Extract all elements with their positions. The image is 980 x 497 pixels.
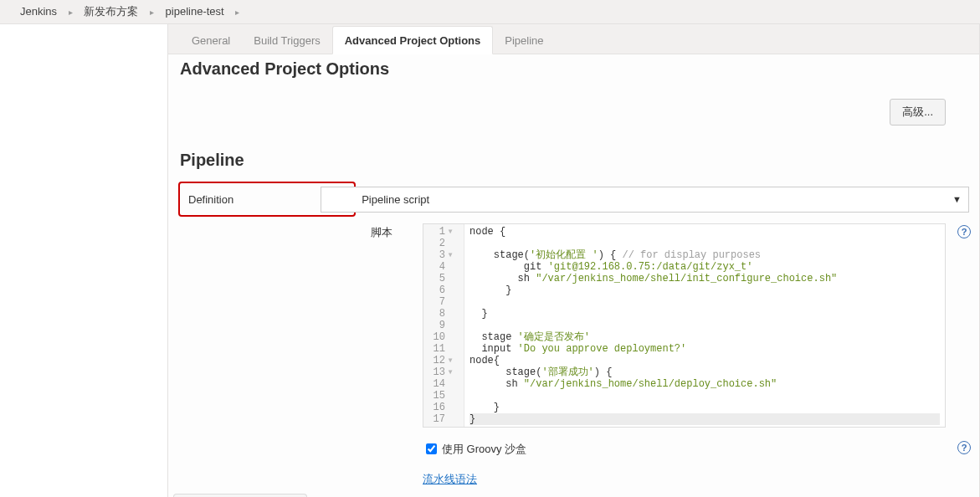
breadcrumb-item[interactable]: Jenkins bbox=[17, 5, 60, 18]
breadcrumb-item[interactable]: 新发布方案 bbox=[80, 4, 141, 19]
main-content: General Build Triggers Advanced Project … bbox=[167, 24, 980, 497]
breadcrumb-item[interactable]: pipeline-test bbox=[162, 5, 228, 18]
help-icon[interactable]: ? bbox=[957, 441, 971, 454]
chevron-right-icon: ▸ bbox=[64, 8, 78, 17]
tab-advanced-project-options[interactable]: Advanced Project Options bbox=[332, 26, 494, 54]
tab-pipeline[interactable]: Pipeline bbox=[493, 27, 555, 54]
pipeline-heading: Pipeline bbox=[168, 134, 979, 182]
groovy-sandbox-checkbox[interactable] bbox=[426, 443, 437, 454]
editor-gutter: 1▾2 3▾4 5 6 7 8 9 10 11 12▾13▾14 15 16 1… bbox=[423, 224, 464, 427]
config-tabs: General Build Triggers Advanced Project … bbox=[168, 24, 979, 54]
chevron-right-icon: ▸ bbox=[230, 8, 244, 17]
definition-selected-value: Pipeline script bbox=[362, 193, 429, 206]
pipeline-script-editor[interactable]: 1▾2 3▾4 5 6 7 8 9 10 11 12▾13▾14 15 16 1… bbox=[423, 223, 946, 428]
tab-general[interactable]: General bbox=[180, 27, 242, 54]
bottom-tab-stub bbox=[173, 494, 307, 497]
advanced-button[interactable]: 高级... bbox=[890, 99, 946, 126]
chevron-right-icon: ▸ bbox=[145, 8, 159, 17]
advanced-project-options-heading: Advanced Project Options bbox=[168, 54, 979, 79]
groovy-sandbox-label[interactable]: 使用 Groovy 沙盒 bbox=[442, 442, 526, 457]
script-row: 脚本 ? 1▾2 3▾4 5 6 7 8 9 10 11 12▾13▾14 15… bbox=[180, 223, 946, 428]
definition-select[interactable]: Pipeline script ▼ bbox=[321, 187, 969, 213]
breadcrumb: Jenkins ▸ 新发布方案 ▸ pipeline-test ▸ bbox=[0, 0, 980, 24]
chevron-down-icon: ▼ bbox=[952, 194, 962, 204]
editor-code-area[interactable]: node { stage('初始化配置 ') { // for display … bbox=[464, 224, 945, 427]
help-icon[interactable]: ? bbox=[957, 225, 971, 238]
sandbox-row: 使用 Groovy 沙盒 ? bbox=[180, 441, 946, 457]
definition-label: Definition bbox=[188, 193, 245, 206]
tab-build-triggers[interactable]: Build Triggers bbox=[242, 27, 331, 54]
pipeline-syntax-link[interactable]: 流水线语法 bbox=[423, 473, 477, 485]
definition-row: Definition Pipeline script ▼ bbox=[178, 182, 969, 217]
left-sidebar-spacer bbox=[0, 24, 167, 497]
script-label: 脚本 bbox=[180, 223, 423, 428]
